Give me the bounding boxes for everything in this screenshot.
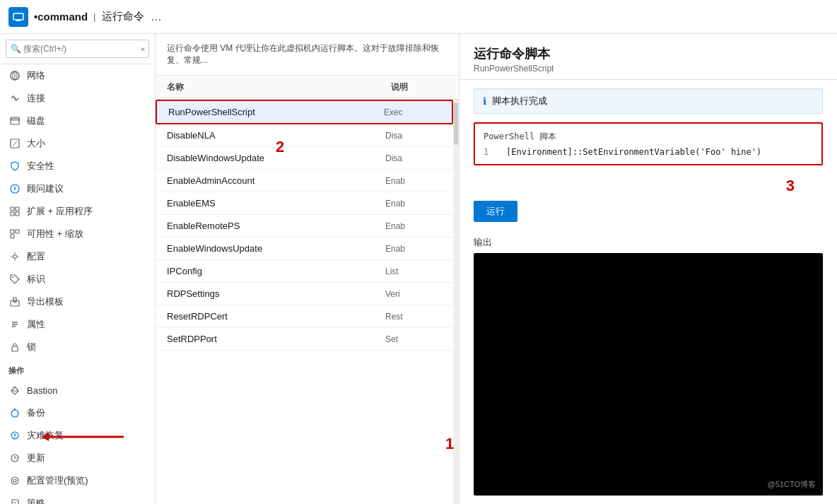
svg-rect-1 — [16, 20, 21, 21]
table-row[interactable]: DisableWindowsUpdate Disa — [156, 147, 453, 170]
tags-icon — [8, 273, 21, 286]
table-row[interactable]: SetRDPPort Set — [156, 328, 453, 351]
table-row[interactable]: EnableAdminAccount Enab — [156, 170, 453, 192]
sidebar-item-bastion[interactable]: Bastion — [0, 379, 155, 402]
svg-rect-12 — [16, 207, 19, 211]
search-input[interactable] — [6, 40, 149, 58]
svg-point-18 — [13, 255, 17, 259]
sidebar-item-security[interactable]: 安全性 — [0, 155, 155, 177]
run-button[interactable]: 运行 — [474, 201, 517, 222]
bastion-icon — [8, 384, 21, 397]
sidebar-item-policy[interactable]: 策略 — [0, 492, 155, 504]
sidebar-label-tags: 标识 — [27, 273, 45, 286]
table-row[interactable]: IPConfig List — [156, 260, 453, 283]
output-label: 输出 — [474, 236, 823, 249]
sidebar-label-connect: 连接 — [27, 92, 45, 105]
size-icon — [8, 137, 21, 150]
row-desc: Set — [385, 334, 442, 344]
script-line: 1 [Environment]::SetEnvironmentVariable(… — [484, 147, 813, 157]
row-desc: Enab — [385, 199, 442, 209]
lock-icon — [8, 341, 21, 353]
watermark: @51CTO博客 — [768, 479, 816, 490]
svg-rect-14 — [16, 212, 19, 216]
list-panel: 运行命令使用 VM 代理让你在此虚拟机内运行脚本。这对于故障排除和恢复、常规..… — [156, 34, 460, 504]
sidebar-item-disaster[interactable]: 灾难恢复 — [0, 424, 155, 447]
svg-point-29 — [13, 479, 16, 482]
sidebar-label-disk: 磁盘 — [27, 115, 45, 127]
sidebar-label-lock: 锁 — [27, 341, 36, 353]
svg-point-10 — [14, 186, 16, 187]
row-desc: Disa — [385, 153, 442, 163]
sidebar-label-properties: 属性 — [27, 318, 45, 331]
row-desc: Enab — [385, 221, 442, 231]
sidebar-item-size[interactable]: 大小 — [0, 132, 155, 155]
svg-point-30 — [11, 477, 18, 484]
svg-rect-24 — [12, 346, 18, 351]
sidebar-label-extensions: 扩展 + 应用程序 — [27, 205, 93, 218]
sidebar-item-availability[interactable]: 可用性 + 缩放 — [0, 223, 155, 245]
svg-point-19 — [12, 276, 13, 278]
table-row[interactable]: DisableNLA Disa — [156, 124, 453, 147]
row-desc: Rest — [385, 312, 442, 322]
svg-rect-11 — [11, 207, 14, 211]
vm-icon — [8, 7, 28, 27]
row-desc: Exec — [384, 107, 440, 117]
search-icon: 🔍 — [11, 44, 21, 54]
sidebar-label-config: 配置 — [27, 250, 45, 263]
content-area: 运行命令使用 VM 代理让你在此虚拟机内运行脚本。这对于故障排除和恢复、常规..… — [156, 34, 837, 504]
table-row[interactable]: RunPowerShellScript Exec — [156, 100, 453, 124]
sidebar-item-network[interactable]: 网络 — [0, 64, 155, 87]
table-row[interactable]: RDPSettings Veri — [156, 283, 453, 305]
sidebar-item-export[interactable]: 导出模板 — [0, 291, 155, 313]
list-scrollbar[interactable] — [453, 100, 459, 504]
svg-rect-15 — [11, 230, 14, 233]
detail-panel: 运行命令脚本 RunPowerShellScript ℹ 脚本执行完成 Powe… — [460, 34, 837, 504]
detail-subtitle: RunPowerShellScript — [474, 64, 823, 74]
row-name: SetRDPPort — [167, 334, 385, 344]
sidebar-item-advisor[interactable]: 顾问建议 — [0, 177, 155, 200]
collapse-button[interactable]: « — [141, 45, 145, 53]
top-bar-subtitle: 运行命令 — [102, 10, 144, 23]
table-row[interactable]: EnableWindowsUpdate Enab — [156, 238, 453, 260]
sidebar-search-area: 🔍 « — [0, 34, 155, 64]
sidebar-label-backup: 备份 — [27, 406, 45, 419]
sidebar-label-size: 大小 — [27, 137, 45, 150]
row-name: ResetRDPCert — [167, 311, 385, 322]
list-description: 运行命令使用 VM 代理让你在此虚拟机内运行脚本。这对于故障排除和恢复、常规..… — [156, 34, 459, 76]
availability-icon — [8, 228, 21, 240]
detail-header: 运行命令脚本 RunPowerShellScript — [460, 34, 837, 80]
table-row[interactable]: EnableEMS Enab — [156, 192, 453, 215]
sidebar-item-update[interactable]: 更新 — [0, 447, 155, 469]
script-label: PowerShell 脚本 — [484, 131, 813, 143]
sidebar-item-backup[interactable]: 备份 — [0, 402, 155, 424]
connect-icon — [8, 92, 21, 105]
sidebar-item-config-mgmt[interactable]: 配置管理(预览) — [0, 469, 155, 492]
extensions-icon — [8, 205, 21, 218]
ops-section-label: 操作 — [0, 358, 155, 379]
row-desc: List — [385, 266, 442, 276]
svg-rect-0 — [13, 13, 23, 20]
sidebar-label-config-mgmt: 配置管理(预览) — [27, 474, 88, 487]
sidebar-label-disaster: 灾难恢复 — [27, 429, 64, 442]
list-panel-content: RunPowerShellScript Exec DisableNLA Disa… — [156, 100, 453, 504]
table-row[interactable]: ResetRDPCert Rest — [156, 305, 453, 328]
sidebar-item-properties[interactable]: 属性 — [0, 313, 155, 336]
sidebar-label-export: 导出模板 — [27, 295, 64, 308]
sidebar-item-connect[interactable]: 连接 — [0, 87, 155, 110]
table-row[interactable]: EnableRemotePS Enab — [156, 215, 453, 238]
backup-icon — [8, 406, 21, 419]
row-name: RDPSettings — [167, 288, 385, 299]
row-name: DisableNLA — [167, 130, 385, 141]
top-bar-title: •command — [34, 11, 88, 23]
sidebar-label-advisor: 顾问建议 — [27, 182, 64, 195]
sidebar-label-update: 更新 — [27, 452, 45, 464]
sidebar-item-disk[interactable]: 磁盘 — [0, 110, 155, 132]
sidebar-label-bastion: Bastion — [27, 385, 57, 396]
disaster-icon — [8, 429, 21, 442]
policy-icon — [8, 497, 21, 504]
sidebar-item-lock[interactable]: 锁 — [0, 336, 155, 358]
sidebar-item-extensions[interactable]: 扩展 + 应用程序 — [0, 200, 155, 223]
more-button[interactable]: ... — [151, 9, 162, 24]
sidebar-item-tags[interactable]: 标识 — [0, 268, 155, 291]
sidebar-item-config[interactable]: 配置 — [0, 245, 155, 268]
